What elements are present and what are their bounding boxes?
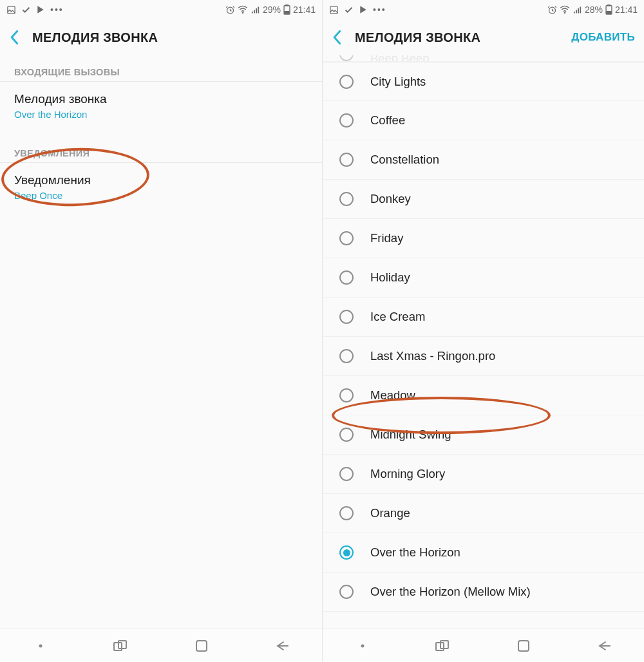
nav-recent-dot[interactable] <box>337 643 388 648</box>
ringtone-item[interactable]: Over the Horizon <box>323 533 644 572</box>
signal-icon <box>573 5 582 15</box>
svg-rect-11 <box>285 12 289 14</box>
status-bar: ••• 28% 21:41 <box>323 0 644 19</box>
play-store-icon <box>359 5 368 14</box>
radio-icon <box>339 388 354 402</box>
radio-icon <box>339 310 354 324</box>
notification-row[interactable]: Уведомления Beep Once <box>0 163 322 210</box>
signal-icon <box>251 5 260 15</box>
nav-back-button[interactable] <box>256 640 308 652</box>
ringtone-title: Мелодия звонка <box>14 92 308 106</box>
battery-icon <box>605 5 612 15</box>
section-notifications: УВЕДОМЛЕНИЯ <box>0 137 322 163</box>
play-store-icon <box>36 5 45 14</box>
app-header: МЕЛОДИЯ ЗВОНКА <box>0 19 322 55</box>
image-icon <box>6 5 16 15</box>
svg-rect-21 <box>607 12 611 14</box>
svg-rect-10 <box>286 5 289 6</box>
screen-ringtone-settings: ••• 29% 21:41 МЕЛОДИЯ ЗВОНКА ВХОДЯЩИЕ ВЫ… <box>0 0 322 662</box>
notification-value: Beep Once <box>14 190 308 201</box>
wifi-icon <box>560 5 570 15</box>
nav-back-button[interactable] <box>578 640 630 652</box>
radio-icon <box>339 55 354 61</box>
radio-icon <box>339 270 354 285</box>
ringtone-item[interactable]: Friday <box>323 219 644 258</box>
ringtone-label: Morning Glory <box>370 467 445 481</box>
radio-icon <box>339 349 354 363</box>
ringtone-item[interactable]: Orange <box>323 494 644 533</box>
svg-point-8 <box>242 12 243 13</box>
ringtone-item[interactable]: Morning Glory <box>323 455 644 494</box>
add-button[interactable]: ДОБАВИТЬ <box>571 31 635 44</box>
ringtone-label: Beep Beep <box>370 55 430 61</box>
svg-rect-15 <box>196 641 207 651</box>
ringtone-item[interactable]: Holiday <box>323 258 644 298</box>
back-icon[interactable] <box>9 30 21 45</box>
ringtone-item[interactable]: City Lights <box>323 62 644 101</box>
svg-rect-25 <box>518 641 529 651</box>
ringtone-label: Over the Horizon (Mellow Mix) <box>370 585 531 599</box>
radio-icon <box>339 192 354 206</box>
svg-rect-20 <box>608 5 611 6</box>
ringtone-item[interactable]: Over the Horizon (Mellow Mix) <box>323 572 644 612</box>
navigation-bar <box>323 629 644 662</box>
radio-icon <box>339 75 354 89</box>
nav-home-button[interactable] <box>498 639 549 652</box>
image-icon <box>329 5 339 15</box>
ringtone-label: Over the Horizon <box>370 545 460 560</box>
radio-icon <box>339 467 354 481</box>
clock-text: 21:41 <box>293 5 316 15</box>
alarm-icon <box>547 5 557 15</box>
ringtone-label: Coffee <box>370 113 405 128</box>
ringtone-label: Last Xmas - Ringon.pro <box>370 349 495 363</box>
ringtone-label: Orange <box>370 506 410 520</box>
ringtone-item[interactable]: Constellation <box>323 140 644 180</box>
ringtone-value: Over the Horizon <box>14 109 308 120</box>
content-area: ВХОДЯЩИЕ ВЫЗОВЫ Мелодия звонка Over the … <box>0 55 322 629</box>
ringtone-item[interactable]: Midnight Swing <box>323 415 644 455</box>
svg-point-18 <box>564 12 565 13</box>
ringtone-item[interactable]: Donkey <box>323 180 644 219</box>
check-icon <box>21 5 31 15</box>
wifi-icon <box>238 5 248 15</box>
svg-point-22 <box>361 644 365 647</box>
ringtone-label: Friday <box>370 231 403 245</box>
radio-icon <box>339 585 354 599</box>
ringtone-label: City Lights <box>370 75 426 89</box>
ringtone-item[interactable]: Coffee <box>323 101 644 140</box>
ringtone-row[interactable]: Мелодия звонка Over the Horizon <box>0 82 322 129</box>
page-title: МЕЛОДИЯ ЗВОНКА <box>32 30 313 45</box>
ringtone-label: Meadow <box>370 388 415 402</box>
ringtone-item-clipped[interactable]: Beep Beep <box>323 55 644 62</box>
radio-icon <box>339 153 354 167</box>
ringtone-label: Constellation <box>370 153 439 167</box>
radio-icon <box>339 506 354 520</box>
alarm-icon <box>225 5 235 15</box>
ringtone-item[interactable]: Last Xmas - Ringon.pro <box>323 337 644 376</box>
nav-recents-button[interactable] <box>417 640 469 652</box>
radio-icon <box>339 231 354 245</box>
svg-point-12 <box>39 644 42 647</box>
navigation-bar <box>0 629 322 662</box>
ringtone-list-content[interactable]: Beep Beep City LightsCoffeeConstellation… <box>323 55 644 629</box>
battery-icon <box>283 5 290 15</box>
more-icon: ••• <box>373 5 386 15</box>
radio-icon <box>339 545 354 560</box>
ringtone-label: Holiday <box>370 270 410 285</box>
screen-ringtone-list: ••• 28% 21:41 МЕЛОДИЯ ЗВОНКА ДОБАВИТЬ Be… <box>322 0 644 662</box>
more-icon: ••• <box>50 5 64 15</box>
notification-title: Уведомления <box>14 173 308 187</box>
nav-recents-button[interactable] <box>95 640 147 652</box>
back-icon[interactable] <box>332 30 343 45</box>
ringtone-label: Ice Cream <box>370 310 425 324</box>
radio-icon <box>339 428 354 442</box>
nav-recent-dot[interactable] <box>15 643 66 648</box>
ringtone-label: Donkey <box>370 192 411 206</box>
svg-rect-16 <box>330 6 337 13</box>
ringtone-item[interactable]: Ice Cream <box>323 298 644 337</box>
ringtone-item[interactable]: Meadow <box>323 376 644 415</box>
nav-home-button[interactable] <box>176 639 227 652</box>
app-header: МЕЛОДИЯ ЗВОНКА ДОБАВИТЬ <box>323 19 644 55</box>
status-bar: ••• 29% 21:41 <box>0 0 322 19</box>
battery-percent: 29% <box>263 5 281 15</box>
